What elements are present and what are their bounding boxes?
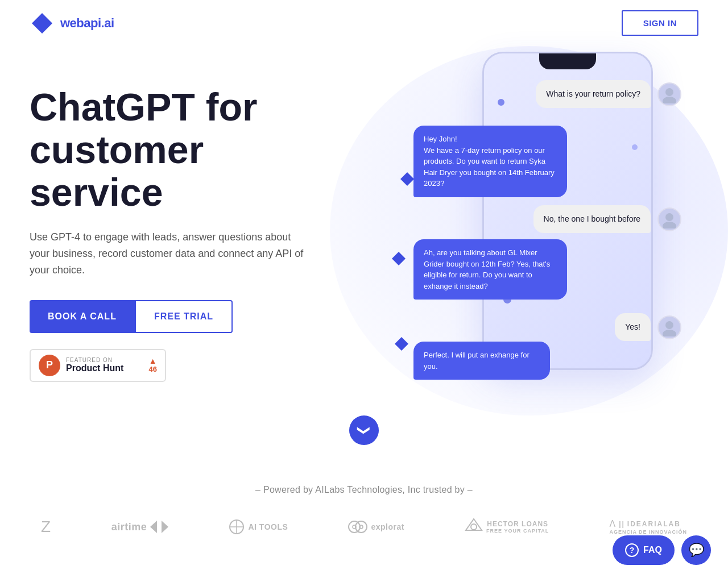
- faq-label: FAQ: [643, 545, 662, 555]
- chat-widget-button[interactable]: 💬: [681, 535, 711, 565]
- svg-marker-3: [395, 337, 408, 351]
- chat-text-1: What is your return policy?: [546, 89, 640, 98]
- hero-buttons: BOOK A CALL FREE TRIAL: [30, 300, 337, 333]
- chat-bubble-user-3: No, the one I bought before: [533, 205, 651, 233]
- product-hunt-logo-icon: P: [39, 355, 60, 376]
- logo: webapi.ai: [30, 11, 114, 36]
- header: webapi.ai SIGN IN: [0, 0, 728, 46]
- brand-logo-explorat: explorat: [348, 519, 404, 534]
- svg-point-4: [665, 88, 673, 96]
- free-trial-button[interactable]: FREE TRIAL: [135, 300, 233, 333]
- brand-logo-idearialab: Λ || IDEARIALAB AGENCIA DE INNOVACIÓN: [609, 519, 687, 535]
- ph-vote-count: 46: [149, 365, 157, 373]
- logo-text-plain: webapi.: [60, 16, 104, 30]
- hector-logo-icon: [465, 518, 483, 536]
- scroll-down-button[interactable]: ❯: [349, 415, 379, 445]
- svg-point-9: [663, 330, 676, 336]
- svg-marker-2: [392, 252, 406, 265]
- chat-bubble-user-5: Yes!: [615, 313, 651, 341]
- ph-featured-label: FEATURED ON: [66, 357, 143, 363]
- sign-in-button[interactable]: SIGN IN: [622, 10, 698, 36]
- brand-logo-z: Z: [41, 518, 51, 536]
- chat-message-4: Ah, are you talking about GL Mixer Gride…: [413, 239, 567, 300]
- svg-marker-11: [162, 521, 168, 533]
- phone-notch: [539, 53, 596, 69]
- logo-text-accent: ai: [104, 16, 114, 30]
- hero-title-line1: ChatGPT for: [30, 85, 257, 128]
- chat-message-3: No, the one I bought before: [533, 205, 681, 233]
- scroll-section: ❯: [0, 410, 728, 462]
- chat-text-3: No, the one I bought before: [544, 214, 640, 223]
- faq-button[interactable]: ? FAQ: [613, 535, 675, 565]
- aitools-logo-icon: [229, 519, 245, 535]
- svg-point-15: [349, 521, 360, 533]
- svg-marker-1: [400, 172, 414, 186]
- diamond-decorator-3: [394, 336, 410, 352]
- hero-left: ChatGPT for customer service Use GPT-4 t…: [30, 69, 337, 382]
- chat-message-1: What is your return policy?: [536, 80, 681, 108]
- svg-marker-0: [32, 13, 52, 34]
- svg-point-5: [663, 97, 676, 103]
- chat-bubble-bot-2: Hey John!We have a 7-day return policy o…: [413, 126, 567, 197]
- brand-logo-airtime: airtime: [111, 521, 169, 533]
- logo-diamond-icon: [30, 11, 55, 36]
- brand-logos-row: Z airtime AI TOOLS: [30, 518, 698, 536]
- product-hunt-text: FEATURED ON Product Hunt: [66, 357, 143, 373]
- user-avatar-1: [657, 82, 681, 106]
- chevron-down-icon: ❯: [357, 425, 371, 435]
- explorat-logo-icon: [348, 519, 367, 534]
- hero-title: ChatGPT for customer service: [30, 86, 337, 213]
- svg-marker-10: [150, 521, 157, 533]
- svg-point-16: [355, 521, 367, 533]
- question-icon: ?: [625, 543, 639, 557]
- chat-message-6: Perfect. I will put an exhange for you.: [413, 342, 550, 380]
- chat-message-2: Hey John!We have a 7-day return policy o…: [413, 126, 567, 197]
- brand-logo-hector: HECTOR LOANS FREE YOUR CAPITAL: [465, 518, 549, 536]
- logo-text: webapi.ai: [60, 16, 114, 31]
- svg-point-20: [471, 524, 477, 530]
- airtime-logo-icon: [150, 521, 168, 533]
- chat-bubble-bot-6: Perfect. I will put an exhange for you.: [413, 342, 550, 380]
- user-avatar-5: [657, 315, 681, 339]
- ph-arrow-icon: ▲: [149, 357, 157, 365]
- hero-illustration: What is your return policy? Hey John!We …: [337, 69, 698, 398]
- diamond-decorator-2: [391, 251, 407, 267]
- bottom-widgets: ? FAQ 💬: [613, 535, 711, 565]
- svg-point-8: [665, 321, 673, 329]
- product-hunt-badge[interactable]: P FEATURED ON Product Hunt ▲ 46: [30, 349, 166, 382]
- chat-text-6: Perfect. I will put an exhange for you.: [424, 351, 530, 371]
- hero-section: ChatGPT for customer service Use GPT-4 t…: [0, 46, 728, 410]
- chat-icon: 💬: [689, 543, 704, 558]
- ph-name: Product Hunt: [66, 363, 143, 373]
- chat-bubble-bot-4: Ah, are you talking about GL Mixer Gride…: [413, 239, 567, 300]
- diamond-decorator-1: [399, 171, 415, 187]
- book-call-button[interactable]: BOOK A CALL: [30, 300, 135, 333]
- chat-text-5: Yes!: [625, 322, 640, 331]
- trusted-label: – Powered by AILabs Technologies, Inc tr…: [30, 485, 698, 495]
- brand-logo-aitools: AI TOOLS: [229, 519, 288, 535]
- chat-message-5: Yes!: [615, 313, 681, 341]
- chat-bubble-user-1: What is your return policy?: [536, 80, 651, 108]
- svg-point-6: [665, 213, 673, 221]
- hero-subtitle: Use GPT-4 to engage with leads, answer q…: [30, 229, 308, 278]
- user-avatar-3: [657, 207, 681, 231]
- product-hunt-votes: ▲ 46: [149, 357, 157, 374]
- svg-point-7: [663, 222, 676, 228]
- hero-title-line2: customer service: [30, 128, 204, 214]
